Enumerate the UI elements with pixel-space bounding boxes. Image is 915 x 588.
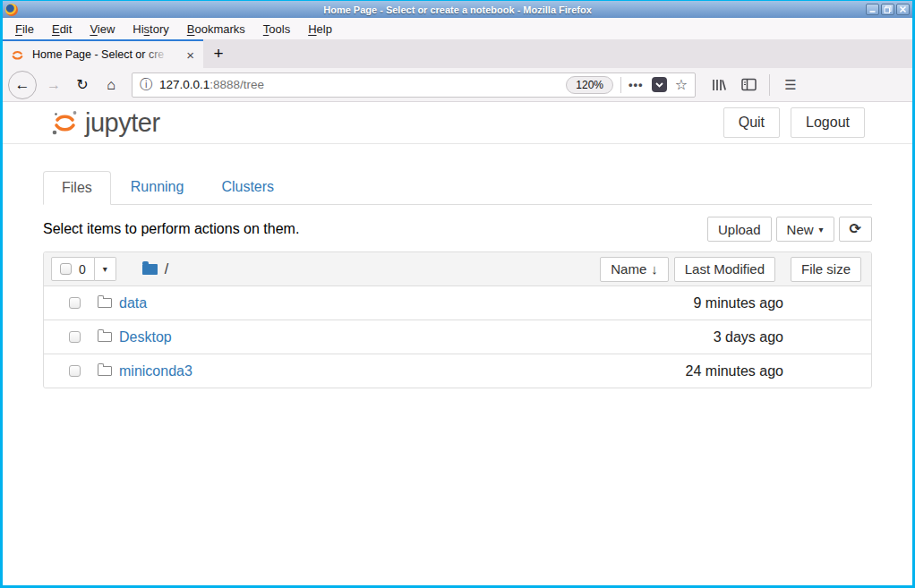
- quit-button[interactable]: Quit: [723, 107, 780, 138]
- sidebar-icon: [741, 78, 757, 91]
- bookmark-star-icon[interactable]: ☆: [675, 76, 688, 93]
- menu-bookmarks[interactable]: Bookmarks: [178, 20, 254, 38]
- reload-icon: ↻: [76, 76, 88, 93]
- last-modified-value: 24 minutes ago: [686, 363, 783, 379]
- app-menu-button[interactable]: ☰: [777, 72, 804, 98]
- action-bar: Select items to perform actions on them.…: [43, 217, 872, 242]
- tab-close-icon[interactable]: ×: [184, 48, 196, 62]
- home-icon: ⌂: [107, 77, 115, 93]
- library-button[interactable]: [705, 72, 731, 98]
- back-button[interactable]: ←: [8, 71, 37, 99]
- row-checkbox[interactable]: [69, 297, 81, 309]
- jupyter-logo[interactable]: jupyter: [49, 107, 160, 139]
- minimize-icon: [868, 5, 877, 13]
- row-checkbox[interactable]: [69, 331, 81, 343]
- close-icon: [899, 5, 907, 13]
- table-row: Desktop 3 days ago: [44, 320, 871, 354]
- row-checkbox[interactable]: [69, 365, 81, 377]
- file-link[interactable]: miniconda3: [119, 363, 192, 379]
- menu-tools[interactable]: Tools: [254, 20, 299, 38]
- file-link[interactable]: Desktop: [119, 329, 172, 345]
- tab-strip: Home Page - Select or cre × +: [3, 39, 912, 68]
- browser-tab[interactable]: Home Page - Select or cre ×: [3, 39, 203, 68]
- pocket-icon[interactable]: [652, 77, 667, 92]
- toolbar-separator: [769, 74, 770, 96]
- maximize-icon: [884, 5, 892, 13]
- jupyter-tab-bar: Files Running Clusters: [43, 171, 872, 205]
- url-bar[interactable]: ⓘ 127.0.0.1:8888/tree 120% ••• ☆: [132, 72, 696, 98]
- maximize-button[interactable]: [881, 4, 894, 15]
- menu-edit[interactable]: Edit: [43, 20, 81, 38]
- jupyter-page: jupyter Quit Logout Files Running Cluste…: [3, 102, 912, 585]
- sort-modified-button[interactable]: Last Modified: [674, 257, 775, 282]
- jupyter-favicon: [10, 47, 25, 63]
- sort-down-icon: ↓: [651, 261, 658, 277]
- folder-icon: [98, 332, 112, 342]
- firefox-icon: [5, 4, 18, 16]
- tab-running[interactable]: Running: [113, 171, 202, 204]
- table-row: data 9 minutes ago: [44, 285, 871, 320]
- last-modified-value: 3 days ago: [714, 329, 783, 345]
- library-icon: [711, 78, 726, 92]
- zoom-level-indicator[interactable]: 120%: [566, 76, 613, 94]
- menu-history[interactable]: History: [124, 20, 177, 38]
- folder-icon: [98, 298, 112, 308]
- select-all-checkbox[interactable]: [60, 263, 72, 275]
- chevron-down-icon: ▾: [103, 264, 107, 274]
- new-tab-button[interactable]: +: [203, 39, 234, 68]
- file-link[interactable]: data: [119, 295, 147, 311]
- hamburger-icon: ☰: [784, 77, 796, 93]
- menu-view[interactable]: View: [81, 20, 124, 38]
- home-button[interactable]: ⌂: [98, 72, 124, 98]
- status-message: Select items to perform actions on them.: [43, 221, 299, 237]
- file-list-header: 0 ▾ / Name ↓ Last Modifie: [44, 252, 871, 285]
- urlbar-separator: [620, 77, 621, 93]
- sort-size-button[interactable]: File size: [791, 257, 861, 282]
- close-button[interactable]: [896, 4, 910, 15]
- refresh-icon: ⟳: [850, 222, 861, 236]
- url-text: 127.0.0.1:8888/tree: [159, 78, 264, 91]
- back-icon: ←: [15, 76, 30, 94]
- new-dropdown-button[interactable]: New ▾: [776, 217, 834, 242]
- window-title: Home Page - Select or create a notebook …: [3, 4, 912, 15]
- select-all-control[interactable]: 0: [51, 257, 95, 281]
- chevron-down-icon: ▾: [819, 225, 824, 234]
- reload-button[interactable]: ↻: [69, 72, 96, 98]
- page-actions-icon[interactable]: •••: [629, 78, 644, 91]
- tab-files[interactable]: Files: [43, 171, 111, 205]
- menu-help[interactable]: Help: [299, 20, 341, 38]
- jupyter-logo-icon: [49, 107, 80, 139]
- selected-count: 0: [79, 262, 86, 277]
- title-bar: Home Page - Select or create a notebook …: [3, 1, 912, 18]
- refresh-button[interactable]: ⟳: [839, 217, 872, 242]
- table-row: miniconda3 24 minutes ago: [44, 354, 871, 388]
- jupyter-brand-text: jupyter: [85, 108, 160, 138]
- tab-clusters[interactable]: Clusters: [203, 171, 292, 204]
- menu-file[interactable]: File: [6, 20, 43, 38]
- logout-button[interactable]: Logout: [791, 107, 865, 138]
- site-info-icon[interactable]: ⓘ: [140, 77, 152, 93]
- forward-button[interactable]: →: [40, 72, 67, 98]
- jupyter-header: jupyter Quit Logout: [3, 102, 912, 144]
- menu-bar: File Edit View History Bookmarks Tools H…: [3, 18, 912, 39]
- upload-button[interactable]: Upload: [707, 217, 772, 242]
- sort-name-button[interactable]: Name ↓: [600, 257, 669, 282]
- sidebar-button[interactable]: [735, 72, 762, 98]
- folder-icon: [98, 366, 112, 376]
- breadcrumb-path[interactable]: /: [165, 261, 168, 277]
- last-modified-value: 9 minutes ago: [693, 295, 783, 311]
- jupyter-main: Files Running Clusters Select items to p…: [3, 144, 912, 388]
- browser-window: Home Page - Select or create a notebook …: [0, 0, 915, 588]
- navigation-toolbar: ← → ↻ ⌂ ⓘ 127.0.0.1:8888/tree 120% ••• ☆: [3, 68, 912, 102]
- file-list: 0 ▾ / Name ↓ Last Modifie: [43, 251, 872, 388]
- minimize-button[interactable]: [866, 4, 879, 15]
- forward-icon: →: [47, 77, 61, 93]
- select-dropdown-button[interactable]: ▾: [95, 257, 116, 281]
- tab-title: Home Page - Select or cre: [32, 48, 168, 61]
- breadcrumb-folder-icon[interactable]: [142, 264, 158, 275]
